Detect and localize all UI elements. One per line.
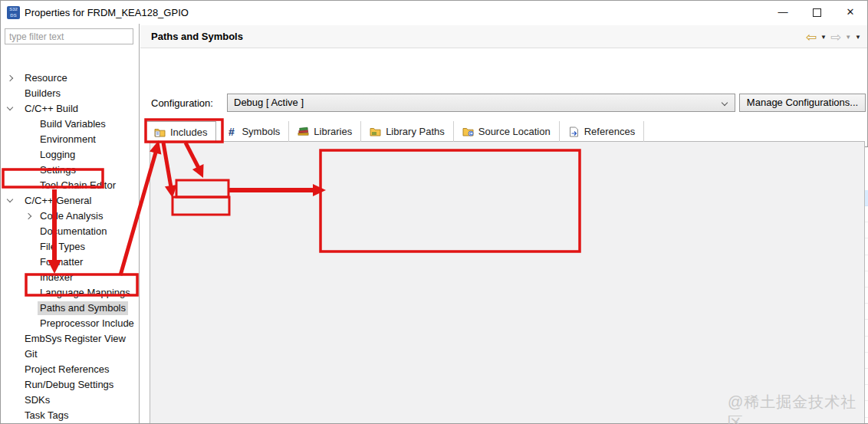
tab-bar: Includes#SymbolsLibrariesLibrary PathsCS… [145, 121, 644, 142]
sidebar-item-label: Code Analysis [38, 209, 105, 223]
tab-label: Includes [170, 127, 207, 138]
sidebar-item-build-variables[interactable]: Build Variables [1, 117, 139, 132]
sidebar-item-label: Build Variables [38, 117, 108, 131]
sidebar-item-file-types[interactable]: File Types [1, 239, 139, 255]
sidebar-item-embsys-register-view[interactable]: EmbSys Register View [1, 331, 139, 347]
header-nav: ⇦ ▼ ⇨ ▼ ▼ [806, 28, 861, 45]
sidebar-item-sdks[interactable]: SDKs [1, 393, 139, 408]
chevron-expanded-icon[interactable] [7, 196, 13, 202]
sidebar-item-documentation[interactable]: Documentation [1, 224, 139, 239]
tab-includes[interactable]: Includes [145, 121, 216, 142]
sidebar-item-label: Paths and Symbols [38, 301, 128, 315]
sidebar-item-project-references[interactable]: Project References [1, 362, 139, 377]
books-icon [298, 127, 309, 136]
manage-configurations-button[interactable]: Manage Configurations... [739, 94, 866, 112]
chevron-collapsed-icon[interactable] [7, 75, 13, 81]
sidebar-item-resource[interactable]: Resource [1, 71, 139, 86]
sidebar-item-indexer[interactable]: Indexer [1, 270, 139, 285]
close-button[interactable]: ✕ [833, 1, 867, 24]
configuration-row: Configuration: Debug [ Active ] Manage C… [140, 70, 867, 116]
back-arrow-icon[interactable]: ⇦ [806, 29, 817, 45]
configuration-select[interactable]: Debug [ Active ] [227, 94, 735, 112]
sidebar-item-label: Preprocessor Include [38, 317, 136, 330]
chevron-collapsed-icon[interactable] [25, 213, 31, 219]
sidebar-item-label: C/C++ General [22, 194, 94, 208]
configuration-value: Debug [ Active ] [234, 97, 304, 108]
sidebar-item-tool-chain-editor[interactable]: Tool Chain Editor [1, 178, 139, 193]
configuration-label: Configuration: [151, 97, 213, 109]
folder-include-icon [154, 127, 166, 137]
sidebar-item-label: C/C++ Build [22, 102, 81, 116]
view-menu-icon[interactable]: ▼ [855, 34, 861, 41]
tab-references[interactable]: References [560, 121, 644, 142]
sidebar-item-label: Tool Chain Editor [38, 179, 118, 192]
tab-libraries[interactable]: Libraries [289, 121, 361, 142]
sidebar-tree: ResourceBuildersC/C++ BuildBuild Variabl… [1, 47, 138, 423]
sidebar-item-code-analysis[interactable]: Code Analysis [1, 209, 139, 224]
sidebar-item-label: Builders [22, 87, 63, 100]
sidebar-item-label: Project References [22, 363, 112, 376]
tab-content [150, 141, 865, 423]
sidebar-item-label: SDKs [22, 393, 52, 407]
folder-paths-icon [370, 127, 381, 136]
sidebar-item-logging[interactable]: Logging [1, 147, 139, 163]
watermark: @稀土掘金技术社区 [728, 392, 867, 424]
sidebar-item-run-debug-settings[interactable]: Run/Debug Settings [1, 377, 139, 393]
sidebar-item-label: Run/Debug Settings [22, 378, 116, 392]
tab-label: References [584, 126, 635, 137]
svg-text:C: C [469, 131, 472, 136]
sidebar-item-task-tags[interactable]: Task Tags [1, 408, 139, 423]
sidebar-item-label: Git [22, 347, 40, 361]
main-pane: Paths and Symbols ⇦ ▼ ⇨ ▼ ▼ Configuratio… [140, 24, 867, 423]
sidebar-item-environment[interactable]: Environment [1, 132, 139, 147]
sidebar-item-c-c-build[interactable]: C/C++ Build [1, 101, 139, 117]
sidebar-item-preprocessor-include[interactable]: Preprocessor Include [1, 316, 139, 331]
minimize-button[interactable]: — [766, 1, 800, 24]
window-title: Properties for FRDM_KEA128_GPIO [25, 7, 189, 18]
sidebar-item-paths-and-symbols[interactable]: Paths and Symbols [1, 301, 139, 316]
sidebar-item-label: EmbSys Register View [22, 332, 128, 346]
sidebar-item-settings[interactable]: Settings [1, 163, 139, 178]
maximize-icon [813, 8, 821, 17]
tab-symbols[interactable]: #Symbols [217, 121, 289, 142]
sidebar: ResourceBuildersC/C++ BuildBuild Variabl… [1, 24, 140, 423]
filter-input[interactable] [5, 28, 133, 44]
tab-label: Symbols [242, 126, 280, 137]
sidebar-item-label: Logging [38, 148, 77, 162]
sidebar-item-label: Settings [38, 163, 78, 177]
hash-icon: # [225, 127, 237, 136]
sidebar-item-language-mappings[interactable]: Language Mappings [1, 285, 139, 301]
sidebar-item-formatter[interactable]: Formatter [1, 255, 139, 270]
chevron-expanded-icon[interactable] [7, 104, 13, 110]
properties-dialog: S32DS Properties for FRDM_KEA128_GPIO — … [0, 0, 868, 424]
sidebar-item-label: Language Mappings [38, 286, 133, 300]
sidebar-item-label: Task Tags [22, 409, 71, 422]
sidebar-item-git[interactable]: Git [1, 347, 139, 362]
app-icon: S32DS [7, 6, 20, 19]
chevron-down-icon [722, 100, 728, 106]
sidebar-item-label: Resource [22, 71, 70, 85]
folder-source-icon: C [462, 127, 474, 136]
back-dropdown-icon[interactable]: ▼ [820, 34, 827, 41]
maximize-button[interactable] [800, 1, 833, 24]
file-reference-icon [568, 127, 580, 136]
sidebar-item-label: File Types [38, 240, 87, 254]
sidebar-item-c-c-general[interactable]: C/C++ General [1, 193, 139, 209]
title-bar: S32DS Properties for FRDM_KEA128_GPIO — … [1, 1, 867, 24]
sidebar-item-label: Formatter [38, 255, 85, 269]
sidebar-item-builders[interactable]: Builders [1, 86, 139, 101]
page-header: Paths and Symbols ⇦ ▼ ⇨ ▼ ▼ [140, 25, 867, 48]
sidebar-item-label: Indexer [38, 271, 75, 284]
page-title: Paths and Symbols [151, 31, 243, 42]
forward-arrow-icon[interactable]: ⇨ [830, 29, 841, 45]
sidebar-item-label: Documentation [38, 225, 109, 238]
tab-source-location[interactable]: CSource Location [454, 121, 560, 142]
tab-label: Library Paths [386, 126, 445, 137]
tab-label: Source Location [478, 126, 551, 137]
tab-label: Libraries [314, 126, 352, 137]
tab-library-paths[interactable]: Library Paths [361, 121, 454, 142]
sidebar-item-label: Environment [38, 133, 98, 146]
forward-dropdown-icon[interactable]: ▼ [845, 34, 851, 41]
